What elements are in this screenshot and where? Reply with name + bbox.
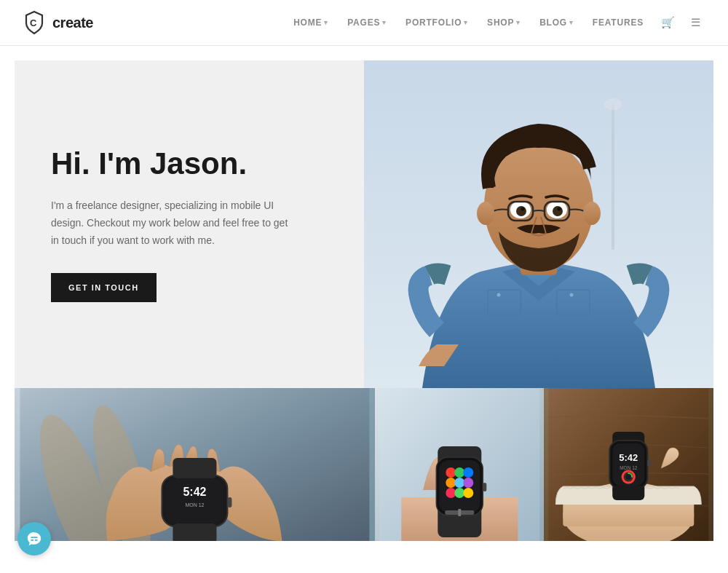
hero-heading: Hi. I'm Jason. — [51, 146, 328, 181]
svg-point-39 — [446, 478, 456, 488]
svg-rect-58 — [648, 459, 652, 467]
svg-point-44 — [463, 488, 473, 498]
main-grid: Hi. I'm Jason. I'm a freelance designer,… — [0, 46, 728, 541]
hero-description: I'm a freelance designer, specializing i… — [51, 197, 298, 249]
svg-point-7 — [570, 293, 574, 297]
nav-blog[interactable]: BLOG ▾ — [532, 13, 581, 32]
svg-point-43 — [454, 488, 464, 498]
watch-image-1: 5:42 MON 12 — [15, 388, 375, 541]
bottom-row: 5:42 MON 12 — [15, 388, 713, 541]
chevron-down-icon: ▾ — [569, 19, 574, 26]
nav-pages[interactable]: PAGES ▾ — [340, 13, 394, 32]
watch-hands-illustration-1: 5:42 MON 12 — [15, 388, 375, 541]
svg-text:MON 12: MON 12 — [185, 502, 204, 507]
svg-text:MON 12: MON 12 — [620, 465, 638, 470]
hero-left-panel: Hi. I'm Jason. I'm a freelance designer,… — [15, 60, 364, 388]
svg-rect-45 — [483, 483, 486, 491]
svg-point-38 — [463, 467, 473, 478]
main-nav: HOME ▾ PAGES ▾ PORTFOLIO ▾ SHOP ▾ BLOG ▾… — [286, 12, 706, 33]
svg-point-37 — [454, 467, 464, 478]
watch-image-2 — [375, 388, 545, 541]
portrait-illustration — [364, 60, 713, 388]
svg-point-13 — [553, 206, 563, 216]
chevron-down-icon: ▾ — [516, 19, 521, 26]
svg-point-12 — [516, 206, 526, 216]
cart-icon[interactable]: 🛒 — [655, 12, 681, 33]
svg-point-14 — [521, 208, 525, 211]
svg-rect-25 — [173, 523, 216, 541]
svg-rect-47 — [458, 509, 461, 516]
nav-blog-label: BLOG — [539, 17, 567, 28]
watch-hands-illustration-3: 5:42 MON 12 — [544, 388, 713, 541]
svg-point-42 — [446, 488, 456, 498]
svg-rect-59 — [613, 486, 645, 500]
svg-point-19 — [583, 202, 601, 225]
svg-point-41 — [463, 478, 473, 488]
logo-text: create — [52, 15, 93, 31]
svg-text:C: C — [30, 17, 37, 28]
nav-features[interactable]: FEATURES — [585, 13, 651, 32]
svg-text:5:42: 5:42 — [620, 452, 638, 463]
svg-point-3 — [604, 98, 622, 110]
svg-point-15 — [558, 208, 561, 211]
nav-portfolio[interactable]: PORTFOLIO ▾ — [398, 13, 475, 32]
nav-portfolio-label: PORTFOLIO — [405, 17, 462, 28]
watch-hands-illustration-2 — [375, 388, 545, 541]
chevron-down-icon: ▾ — [464, 19, 468, 26]
chevron-down-icon: ▾ — [382, 19, 387, 26]
svg-rect-53 — [613, 443, 645, 486]
hero-portrait-photo — [364, 60, 713, 388]
logo-icon: C — [22, 10, 47, 35]
nav-features-label: FEATURES — [593, 17, 644, 28]
get-in-touch-button[interactable]: GET IN TOUCH — [51, 273, 157, 302]
svg-rect-2 — [612, 104, 614, 250]
nav-pages-label: PAGES — [347, 17, 380, 28]
watch-image-3: 5:42 MON 12 — [544, 388, 713, 541]
portrait-container — [364, 60, 713, 388]
svg-point-40 — [454, 478, 464, 488]
svg-point-6 — [497, 293, 501, 297]
nav-home-label: HOME — [293, 17, 322, 28]
logo[interactable]: C create — [22, 10, 93, 35]
nav-shop-label: SHOP — [487, 17, 514, 28]
chat-icon — [26, 531, 42, 541]
nav-home[interactable]: HOME ▾ — [286, 13, 336, 32]
site-header: C create HOME ▾ PAGES ▾ PORTFOLIO ▾ SHOP… — [0, 0, 728, 46]
svg-rect-29 — [227, 497, 232, 507]
svg-point-18 — [477, 202, 494, 225]
svg-rect-24 — [173, 458, 216, 478]
menu-icon[interactable]: ☰ — [685, 12, 706, 33]
chevron-down-icon: ▾ — [324, 19, 328, 26]
nav-shop[interactable]: SHOP ▾ — [480, 13, 528, 32]
svg-text:5:42: 5:42 — [183, 486, 206, 498]
svg-point-36 — [446, 467, 456, 478]
